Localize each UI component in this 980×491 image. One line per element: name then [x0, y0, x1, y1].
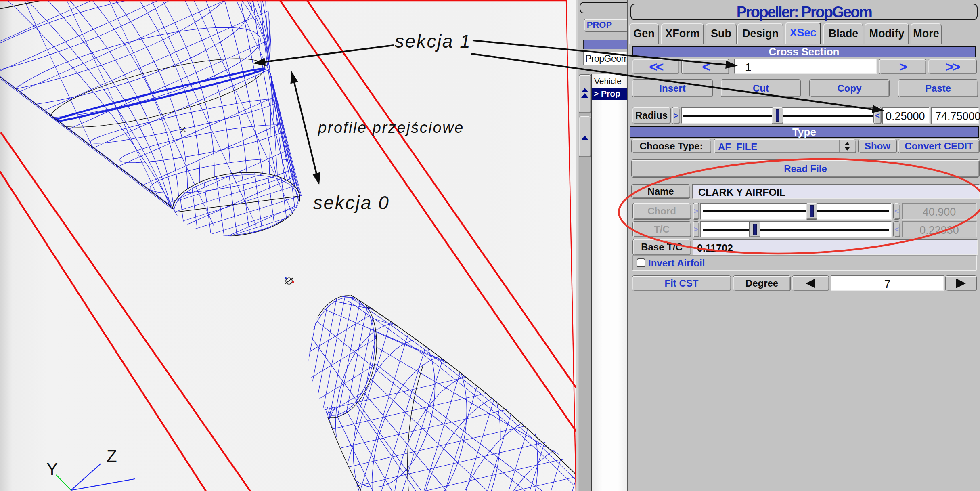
svg-text:Z: Z — [107, 447, 117, 466]
svg-text:Y: Y — [46, 460, 58, 478]
